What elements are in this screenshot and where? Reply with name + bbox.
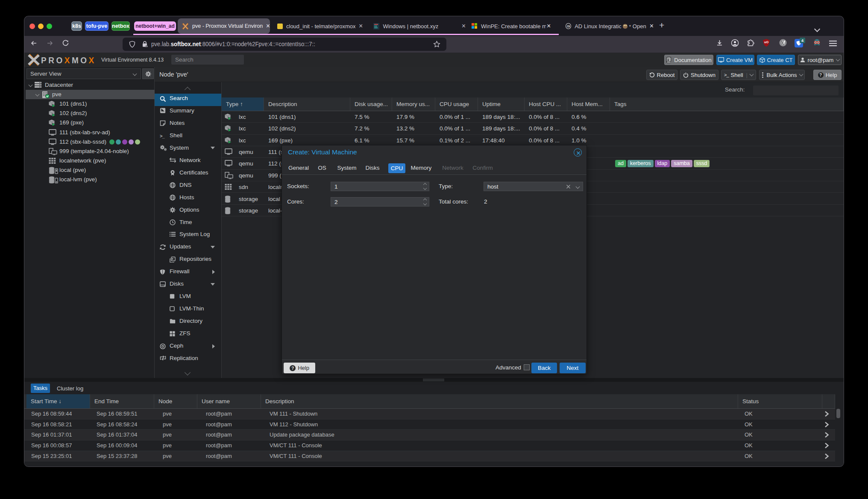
svg-text:uO: uO <box>764 40 768 44</box>
svg-text:4: 4 <box>801 38 804 43</box>
